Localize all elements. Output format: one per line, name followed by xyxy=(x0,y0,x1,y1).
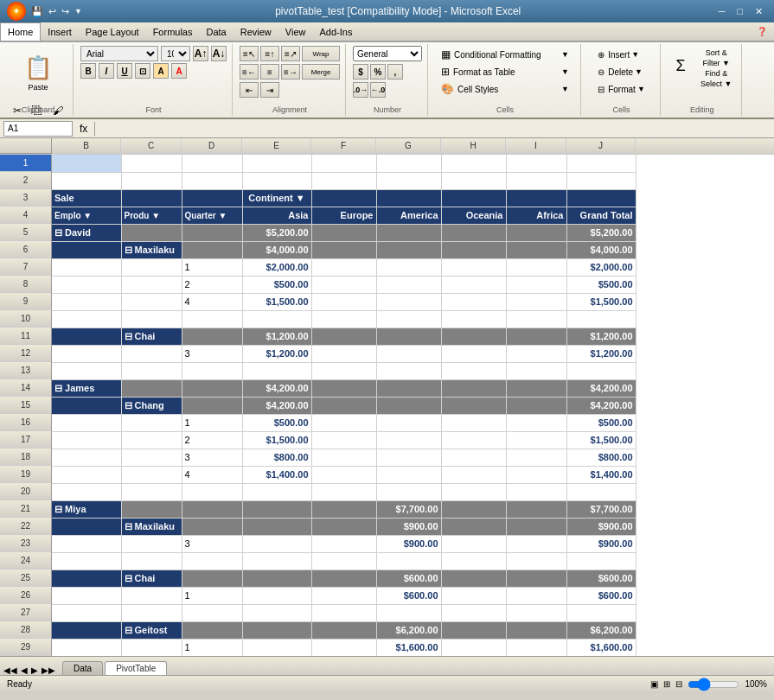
cell-r23-c[interactable] xyxy=(121,535,182,552)
cell-r5-d[interactable] xyxy=(182,224,242,241)
increase-indent-button[interactable]: ⇥ xyxy=(260,82,279,98)
cell-r13-f[interactable] xyxy=(311,362,376,379)
cell-r10-h[interactable] xyxy=(441,310,506,328)
cell-r16-g[interactable] xyxy=(376,414,441,431)
cell-chai1-total[interactable]: $1,200.00 xyxy=(566,328,636,345)
font-family-select[interactable]: Arial xyxy=(80,46,158,61)
cell-r22-h[interactable] xyxy=(441,518,506,535)
cell-r26-e[interactable] xyxy=(242,587,311,604)
format-cells-button[interactable]: ⊟ Format ▼ xyxy=(592,80,651,98)
formula-fx-button[interactable]: fx xyxy=(76,123,91,135)
font-color-button[interactable]: A xyxy=(171,63,187,79)
row-header-22[interactable]: 22 xyxy=(0,518,51,535)
view-preview-icon[interactable]: ⊟ xyxy=(675,679,682,689)
cell-r14-h[interactable] xyxy=(441,379,506,397)
view-layout-icon[interactable]: ⊞ xyxy=(663,679,670,689)
col-header-c[interactable]: C xyxy=(121,138,182,154)
cell-r3-h[interactable] xyxy=(441,189,506,207)
cell-r3-g[interactable] xyxy=(376,189,441,207)
row-header-4[interactable]: 4 xyxy=(0,207,51,224)
cell-chai1-asia[interactable]: $1,200.00 xyxy=(242,328,311,345)
cell-maxilaku1-total[interactable]: $4,000.00 xyxy=(566,241,636,258)
menu-formulas[interactable]: Formulas xyxy=(146,22,200,41)
cell-r12-c[interactable] xyxy=(121,345,182,362)
cell-r12-j[interactable]: $1,200.00 xyxy=(566,345,636,362)
cell-r20-e[interactable] xyxy=(242,483,311,500)
row-header-15[interactable]: 15 xyxy=(0,397,51,414)
cell-d2[interactable] xyxy=(242,172,311,189)
cell-r27-e[interactable] xyxy=(242,604,311,621)
cell-r24-g[interactable] xyxy=(376,552,441,570)
cell-r21-d[interactable] xyxy=(182,500,242,518)
cell-r8-c[interactable] xyxy=(121,276,182,293)
cell-geitost-total[interactable]: $6,200.00 xyxy=(566,621,636,639)
cell-r27-h[interactable] xyxy=(441,604,506,621)
sheet-nav-prev[interactable]: ◀ xyxy=(21,665,28,675)
cell-chai2-total[interactable]: $600.00 xyxy=(566,570,636,587)
row-header-8[interactable]: 8 xyxy=(0,276,51,293)
cell-r22-f[interactable] xyxy=(311,518,376,535)
cell-r16-d[interactable]: 1 xyxy=(182,414,242,431)
cell-r13-e[interactable] xyxy=(242,362,311,379)
cell-r10-i[interactable] xyxy=(506,310,566,328)
cell-r25-d[interactable] xyxy=(182,570,242,587)
sheet-tab-data[interactable]: Data xyxy=(62,661,103,675)
maximize-button[interactable]: □ xyxy=(732,6,747,17)
cell-r23-j[interactable]: $900.00 xyxy=(566,535,636,552)
cell-r29-b[interactable] xyxy=(52,639,121,656)
cell-r19-c[interactable] xyxy=(121,466,182,483)
quick-save[interactable]: 💾 xyxy=(31,6,43,17)
cell-r20-h[interactable] xyxy=(441,483,506,500)
font-size-select[interactable]: 10 xyxy=(161,46,190,61)
close-button[interactable]: ✕ xyxy=(751,6,767,17)
row-header-6[interactable]: 6 xyxy=(0,241,51,258)
cell-r28-d[interactable] xyxy=(182,621,242,639)
cell-r11-f[interactable] xyxy=(311,328,376,345)
row-header-14[interactable]: 14 xyxy=(0,379,51,397)
cell-r16-b[interactable] xyxy=(52,414,121,431)
cell-r12-d[interactable]: 3 xyxy=(182,345,242,362)
delete-cells-button[interactable]: ⊖ Delete ▼ xyxy=(592,63,651,80)
cell-r17-d[interactable]: 2 xyxy=(182,431,242,449)
row-header-28[interactable]: 28 xyxy=(0,621,51,639)
cell-r8-b[interactable] xyxy=(52,276,121,293)
view-normal-icon[interactable]: ▣ xyxy=(650,679,658,689)
cell-f2[interactable] xyxy=(376,172,441,189)
cell-chang-total[interactable]: $4,200.00 xyxy=(566,397,636,414)
menu-review[interactable]: Review xyxy=(233,22,278,41)
cell-r19-e[interactable]: $1,400.00 xyxy=(242,466,311,483)
cell-r18-d[interactable]: 3 xyxy=(182,449,242,466)
cell-r22-b[interactable] xyxy=(52,518,121,535)
cell-r25-i[interactable] xyxy=(506,570,566,587)
cell-product-filter[interactable]: Produ ▼ xyxy=(121,207,182,224)
number-format-select[interactable]: General xyxy=(353,46,422,61)
cell-r19-d[interactable]: 4 xyxy=(182,466,242,483)
col-header-i[interactable]: I xyxy=(506,138,566,154)
menu-page-layout[interactable]: Page Layout xyxy=(79,22,146,41)
quick-redo[interactable]: ↪ xyxy=(61,6,69,17)
cell-r26-c[interactable] xyxy=(121,587,182,604)
office-button[interactable]: ✦ xyxy=(7,2,26,21)
cell-r10-f[interactable] xyxy=(311,310,376,328)
cell-r27-i[interactable] xyxy=(506,604,566,621)
cell-r20-c[interactable] xyxy=(121,483,182,500)
cell-i1[interactable] xyxy=(566,155,636,172)
cell-r7-h[interactable] xyxy=(441,258,506,276)
menu-view[interactable]: View xyxy=(278,22,313,41)
cell-r10-c[interactable] xyxy=(121,310,182,328)
cell-r7-g[interactable] xyxy=(376,258,441,276)
cell-r26-i[interactable] xyxy=(506,587,566,604)
cell-r15-i[interactable] xyxy=(506,397,566,414)
cell-chang-header[interactable]: ⊟ Chang xyxy=(121,397,182,414)
cell-r9-e[interactable]: $1,500.00 xyxy=(242,293,311,310)
cell-r6-h[interactable] xyxy=(441,241,506,258)
cell-c2[interactable] xyxy=(182,172,242,189)
cell-r5-g[interactable] xyxy=(376,224,441,241)
cell-r9-b[interactable] xyxy=(52,293,121,310)
sort-filter-button[interactable]: Sort & Filter ▼ xyxy=(696,46,736,65)
underline-button[interactable]: U xyxy=(117,63,132,79)
cell-r11-h[interactable] xyxy=(441,328,506,345)
cell-r25-h[interactable] xyxy=(441,570,506,587)
cell-r12-e[interactable]: $1,200.00 xyxy=(242,345,311,362)
col-header-d[interactable]: D xyxy=(182,138,242,154)
